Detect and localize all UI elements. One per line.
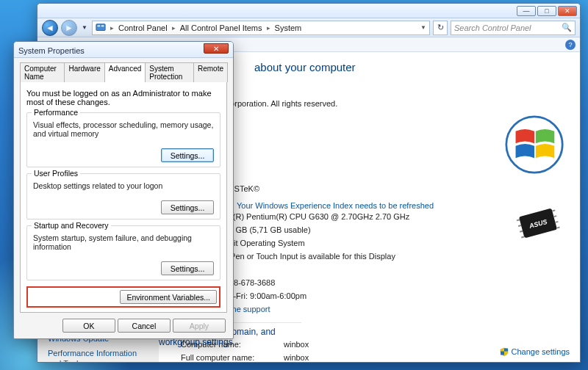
startup-recovery-group: Startup and Recovery System startup, sys…	[26, 225, 220, 280]
advanced-panel: You must be logged on as an Administrato…	[20, 81, 227, 313]
environment-variables-button[interactable]: Environment Variables...	[120, 290, 217, 304]
sidebar-link-performance[interactable]: Performance Information and Tools	[37, 346, 159, 362]
svg-line-7	[518, 225, 521, 226]
refresh-button[interactable]: ↻	[433, 21, 448, 35]
user-profiles-settings-button[interactable]: Settings...	[161, 200, 214, 214]
performance-settings-button[interactable]: Settings...	[161, 148, 214, 162]
maximize-button[interactable]: □	[537, 6, 556, 16]
startup-recovery-desc: System startup, system failure, and debu…	[33, 233, 214, 251]
nav-bar: ◄ ► ▼ ▸ Control Panel ▸ All Control Pane…	[37, 18, 580, 37]
minimize-button[interactable]: —	[517, 6, 536, 16]
svg-line-12	[556, 222, 559, 222]
svg-point-3	[506, 117, 562, 173]
svg-rect-1	[98, 25, 101, 26]
address-dropdown-icon[interactable]: ▼	[420, 24, 426, 31]
full-name-value: winbox	[284, 353, 309, 362]
windows-logo-icon	[505, 115, 564, 174]
nav-history-dropdown[interactable]: ▼	[80, 20, 89, 36]
tab-computer-name[interactable]: Computer Name	[20, 62, 65, 82]
breadcrumb-item[interactable]: Control Panel	[118, 23, 168, 32]
tab-hardware[interactable]: Hardware	[64, 62, 104, 82]
control-panel-icon	[96, 23, 106, 33]
breadcrumb-item[interactable]: System	[275, 23, 302, 32]
svg-rect-0	[96, 23, 105, 30]
svg-line-9	[521, 237, 524, 238]
cancel-button[interactable]: Cancel	[118, 319, 171, 333]
ok-button[interactable]: OK	[62, 319, 115, 333]
system-info: 4,2 Your Windows Experience Index needs …	[218, 199, 434, 265]
user-profiles-title: User Profiles	[32, 169, 80, 178]
dialog-title: System Properties	[18, 45, 204, 55]
wei-link[interactable]: Your Windows Experience Index needs to b…	[237, 201, 434, 210]
startup-recovery-title: Startup and Recovery	[32, 221, 111, 230]
dialog-close-button[interactable]: ✕	[204, 43, 229, 54]
wei-rating[interactable]: 4,2 Your Windows Experience Index needs …	[218, 199, 434, 212]
user-profiles-desc: Desktop settings related to your logon	[33, 181, 214, 190]
svg-rect-2	[101, 25, 104, 26]
tab-system-protection[interactable]: System Protection	[145, 62, 194, 82]
page-heading: about your computer	[254, 61, 356, 73]
svg-line-11	[553, 216, 556, 217]
search-input[interactable]: Search Control Panel 🔍	[451, 21, 576, 35]
system-properties-dialog: System Properties ✕ Computer Name Hardwa…	[13, 41, 234, 339]
svg-rect-15	[504, 349, 508, 352]
startup-recovery-settings-button[interactable]: Settings...	[161, 261, 214, 275]
address-bar[interactable]: ▸ Control Panel ▸ All Control Panel Item…	[92, 21, 430, 35]
full-name-label: Full computer name:	[181, 353, 284, 362]
performance-group: Performance Visual effects, processor sc…	[26, 112, 220, 167]
help-icon[interactable]: ?	[565, 40, 576, 50]
user-profiles-group: User Profiles Desktop settings related t…	[26, 173, 220, 220]
close-button[interactable]: ✕	[558, 6, 577, 16]
performance-desc: Visual effects, processor scheduling, me…	[33, 120, 214, 138]
shield-icon	[500, 347, 509, 356]
svg-line-10	[552, 210, 555, 211]
processor-value: Intel(R) Pentium(R) CPU G630 @ 2.70GHz 2…	[218, 212, 409, 225]
svg-line-6	[517, 220, 520, 220]
performance-title: Performance	[32, 108, 80, 117]
tab-advanced[interactable]: Advanced	[104, 62, 146, 82]
dialog-titlebar[interactable]: System Properties ✕	[14, 42, 233, 58]
search-icon: 🔍	[562, 23, 572, 32]
dialog-actions: OK Cancel Apply	[20, 313, 227, 333]
breadcrumb-item[interactable]: All Control Panel Items	[180, 23, 262, 32]
tab-remote[interactable]: Remote	[193, 62, 228, 82]
admin-note: You must be logged on as an Administrato…	[26, 89, 220, 106]
change-settings-link[interactable]: Change settings	[500, 347, 570, 356]
tab-strip: Computer Name Hardware Advanced System P…	[20, 62, 227, 82]
asus-chip-icon: ASUS	[512, 202, 564, 244]
window-titlebar[interactable]: — □ ✕	[37, 4, 580, 18]
env-vars-highlight: Environment Variables...	[26, 286, 220, 308]
copyright-text: ft Corporation. All rights reserved.	[218, 99, 337, 108]
svg-line-8	[520, 231, 523, 232]
search-placeholder: Search Control Panel	[454, 23, 531, 32]
breadcrumb-sep: ▸	[110, 24, 114, 32]
forward-button[interactable]: ►	[61, 20, 77, 36]
svg-rect-14	[501, 352, 504, 355]
pen-touch-value: No Pen or Touch Input is available for t…	[218, 252, 395, 265]
back-button[interactable]: ◄	[42, 20, 58, 36]
apply-button[interactable]: Apply	[173, 319, 226, 333]
svg-line-13	[557, 228, 560, 228]
